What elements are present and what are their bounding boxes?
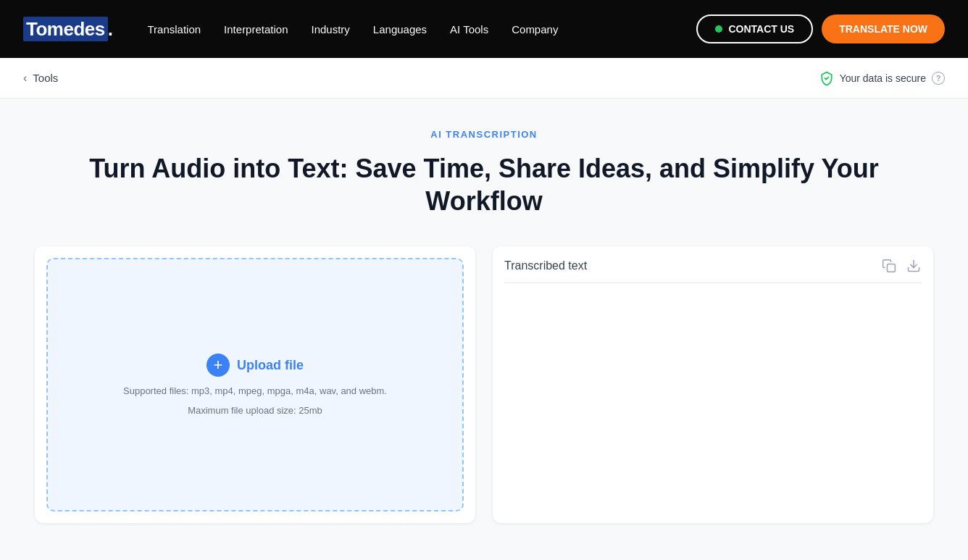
main-content: AI TRANSCRIPTION Turn Audio into Text: S… [0, 99, 968, 552]
breadcrumb-bar: ‹ Tools Your data is secure ? [0, 58, 968, 99]
breadcrumb-right: Your data is secure ? [819, 71, 945, 85]
upload-supported-text: Supported files: mp3, mp4, mpeg, mpga, m… [123, 385, 387, 396]
tool-panels: + Upload file Supported files: mp3, mp4,… [35, 246, 933, 523]
logo[interactable]: Tomedes. [23, 18, 112, 41]
breadcrumb-left: ‹ Tools [23, 72, 58, 85]
ai-transcription-badge: AI TRANSCRIPTION [430, 129, 538, 140]
transcription-title: Transcribed text [504, 259, 587, 272]
upload-maxsize-text: Maximum file upload size: 25mb [188, 405, 322, 416]
help-icon[interactable]: ? [932, 72, 945, 85]
nav-item-industry[interactable]: Industry [312, 23, 350, 35]
logo-highlight: Tomedes [23, 17, 108, 41]
translate-now-button[interactable]: TRANSLATE NOW [822, 14, 945, 43]
transcription-actions [881, 258, 922, 274]
transcription-panel: Transcribed text [493, 246, 933, 523]
contact-button-label: CONTACT US [728, 23, 794, 35]
transcription-header: Transcribed text [504, 258, 922, 283]
svg-rect-0 [888, 264, 896, 272]
upload-plus-icon: + [206, 354, 230, 377]
navbar: Tomedes. Translation Interpretation Indu… [0, 0, 968, 58]
upload-drop-zone[interactable]: + Upload file Supported files: mp3, mp4,… [46, 258, 464, 511]
navbar-actions: CONTACT US TRANSLATE NOW [696, 14, 945, 43]
download-icon[interactable] [906, 258, 922, 274]
status-dot [715, 25, 722, 33]
transcription-body [504, 292, 922, 511]
page-badge: AI TRANSCRIPTION [35, 128, 933, 141]
nav-item-interpretation[interactable]: Interpretation [224, 23, 288, 35]
nav-item-company[interactable]: Company [512, 23, 558, 35]
logo-text: Tomedes. [23, 18, 112, 41]
upload-icon-wrapper: + Upload file [206, 354, 304, 377]
upload-label: Upload file [237, 358, 304, 373]
secure-label: Your data is secure [840, 72, 926, 84]
page-title: Turn Audio into Text: Save Time, Share I… [35, 152, 933, 217]
shield-check-icon [819, 71, 834, 85]
upload-panel: + Upload file Supported files: mp3, mp4,… [35, 246, 475, 523]
nav-item-ai-tools[interactable]: AI Tools [450, 23, 488, 35]
back-arrow-icon[interactable]: ‹ [23, 72, 27, 85]
nav-item-translation[interactable]: Translation [147, 23, 201, 35]
logo-dot: . [108, 18, 113, 40]
contact-button[interactable]: CONTACT US [696, 14, 813, 43]
nav-item-languages[interactable]: Languages [373, 23, 427, 35]
copy-icon[interactable] [881, 258, 897, 274]
breadcrumb-tools[interactable]: Tools [33, 72, 58, 84]
nav-menu: Translation Interpretation Industry Lang… [147, 23, 696, 35]
